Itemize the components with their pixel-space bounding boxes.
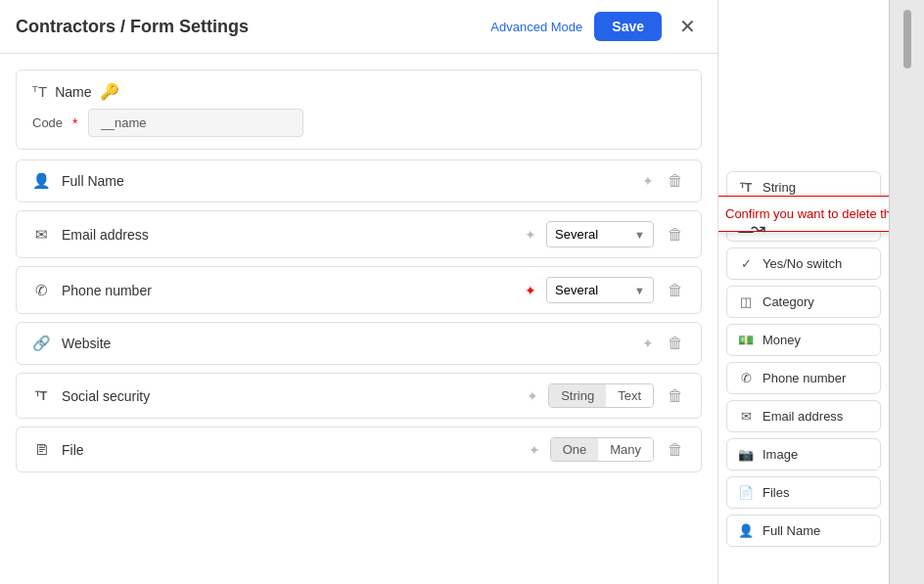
category-icon: ◫ [737,294,755,309]
full-name-star: ✦ [642,173,654,189]
yes-no-icon: ✓ [737,256,755,271]
sidebar-image-label: Image [762,447,798,462]
phone-label: Phone number [62,283,515,298]
sidebar-money-label: Money [762,333,801,347]
toggle-many-button[interactable]: Many [598,438,653,461]
sidebar-item-money[interactable]: 💵 Money [726,324,881,356]
field-row-email: ✉ Email address ✦ One Several Many ▼ 🗑 [16,210,702,258]
form-header: Contractors / Form Settings Advanced Mod… [0,0,717,54]
social-security-toggle: String Text [548,383,654,408]
far-right-panel [889,0,924,584]
name-field-row: ᵀT Name 🔑 Code* [16,69,702,150]
code-input[interactable] [88,109,303,137]
file-toggle: One Many [550,437,654,462]
sidebar-item-yes-no[interactable]: ✓ Yes/No switch [726,247,881,280]
full-name-icon: 👤 [30,172,52,190]
sidebar-item-category[interactable]: ◫ Category [726,286,881,318]
sidebar-email-label: Email address [762,409,843,424]
full-name-delete-button[interactable]: 🗑 [664,170,687,192]
image-icon: 📷 [737,447,755,462]
phone-star: ✦ [525,283,536,298]
sidebar-yes-no-label: Yes/No switch [762,256,842,271]
email-dropdown-arrow: ▼ [634,229,645,241]
sidebar-item-email[interactable]: ✉ Email address [726,400,881,432]
code-required-star: * [72,115,77,131]
sidebar-email-icon: ✉ [737,409,755,424]
file-label: File [62,442,519,458]
close-button[interactable]: ✕ [673,13,702,40]
sidebar-string-label: String [762,180,796,195]
sidebar-full-name-label: Full Name [762,523,820,538]
email-dropdown-select[interactable]: One Several Many [555,227,628,242]
form-area: ᵀT Name 🔑 Code* 👤 Full Name ✦ 🗑 [0,54,717,584]
scrollbar-thumb[interactable] [903,10,911,68]
website-star: ✦ [642,336,654,351]
sidebar-item-files[interactable]: 📄 Files [726,476,881,509]
files-icon: 📄 [737,485,755,500]
string-icon: ᵀT [737,181,755,195]
website-delete-button[interactable]: 🗑 [664,333,687,354]
field-row-social-security: ᵀT Social security ✦ String Text 🗑 [16,373,702,419]
sidebar-full-name-icon: 👤 [737,523,755,538]
toggle-one-button[interactable]: One [551,438,599,461]
email-icon: ✉ [30,226,52,244]
website-label: Website [62,336,632,351]
field-row-file: 🖹 File ✦ One Many 🗑 [16,427,702,472]
toggle-text-button[interactable]: Text [606,384,653,407]
sidebar-category-label: Category [762,294,814,309]
save-button[interactable]: Save [594,12,662,41]
phone-delete-button[interactable]: 🗑 [664,280,687,301]
file-icon: 🖹 [30,441,52,458]
field-row-website: 🔗 Website ✦ 🗑 [16,322,702,365]
sidebar-item-full-name[interactable]: 👤 Full Name [726,515,881,547]
social-security-star: ✦ [527,388,538,404]
name-field-label: Name [55,84,91,100]
website-icon: 🔗 [30,335,52,352]
sidebar-files-label: Files [762,485,789,500]
email-label: Email address [62,227,515,243]
phone-dropdown-arrow: ▼ [634,285,645,296]
sidebar-phone-icon: ✆ [737,371,755,385]
field-row-phone: ✆ Phone number ✦ One Several Many ▼ 🗑 [16,266,702,314]
sidebar-phone-label: Phone number [762,371,846,385]
field-row-full-name: 👤 Full Name ✦ 🗑 [16,159,702,202]
social-security-label: Social security [62,388,517,404]
toggle-string-button[interactable]: String [549,384,606,407]
advanced-mode-link[interactable]: Advanced Mode [490,20,582,34]
code-label: Code [32,115,63,130]
phone-icon: ✆ [30,282,52,299]
right-sidebar: Confirm you want to delete this ↝ ᵀT Str… [717,0,889,584]
email-star: ✦ [525,227,536,243]
key-icon: 🔑 [100,82,119,101]
social-security-delete-button[interactable]: 🗑 [664,385,687,407]
sidebar-item-image[interactable]: 📷 Image [726,438,881,471]
email-dropdown[interactable]: One Several Many ▼ [546,221,654,247]
confirm-delete-popup: Confirm you want to delete this ↝ [717,196,889,232]
social-security-icon: ᵀT [30,389,52,403]
phone-dropdown-select[interactable]: One Several Many [555,283,628,297]
full-name-label: Full Name [62,173,632,189]
email-delete-button[interactable]: 🗑 [664,224,687,246]
name-field-icon: ᵀT [32,83,47,101]
sidebar-item-phone-number[interactable]: ✆ Phone number [726,362,881,394]
cursor-indicator: ↝ [751,217,765,239]
file-delete-button[interactable]: 🗑 [664,439,687,461]
file-star: ✦ [529,442,540,458]
page-title: Contractors / Form Settings [16,17,479,37]
phone-dropdown[interactable]: One Several Many ▼ [546,277,654,303]
money-icon: 💵 [737,333,755,347]
